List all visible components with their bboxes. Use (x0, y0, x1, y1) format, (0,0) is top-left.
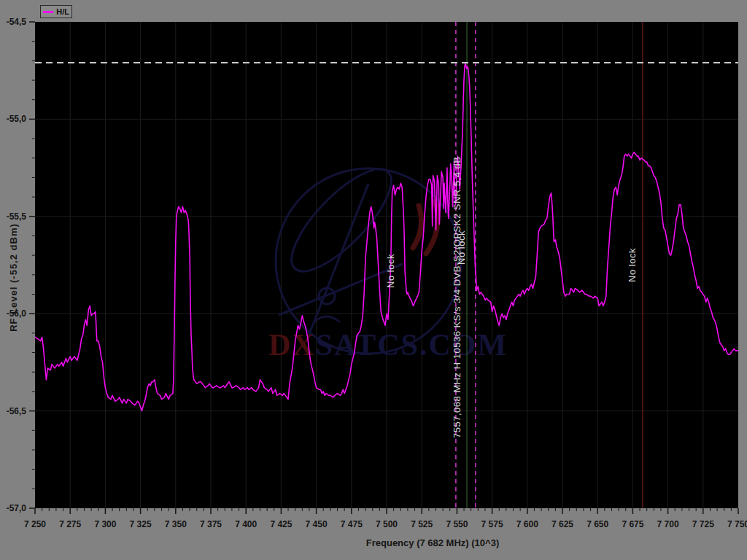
y-tick-label: -54,5 (7, 17, 27, 27)
x-tick-label: 7 625 (551, 519, 573, 529)
legend[interactable]: H/L (40, 5, 72, 18)
x-tick-label: 7 450 (306, 519, 328, 529)
x-tick-label: 7 750 (727, 519, 747, 529)
x-tick-label: 7 650 (587, 519, 608, 529)
x-tick-label: 7 375 (200, 519, 222, 529)
x-tick-label: 7 500 (376, 519, 398, 529)
no-lock-annotation: No lock (456, 230, 467, 265)
no-lock-annotation: No lock (385, 254, 396, 288)
x-tick-label: 7 675 (622, 519, 643, 529)
y-tick-label: -56,5 (7, 406, 27, 416)
legend-label: H/L (56, 8, 69, 16)
y-tick-label: -57,0 (7, 503, 27, 513)
x-tick-label: 7 425 (270, 519, 292, 529)
x-tick-label: 7 550 (446, 519, 468, 529)
y-axis-title: RF Level (-55,2 dBm) (8, 194, 19, 362)
no-lock-annotation: No lock (627, 248, 638, 282)
x-tick-label: 7 325 (130, 519, 152, 529)
legend-swatch-line (43, 11, 53, 13)
x-axis-title: Frequency (7 682 MHz) (10^3) (327, 537, 538, 548)
x-tick-label: 7 400 (235, 519, 257, 529)
x-tick-label: 7 725 (692, 519, 714, 529)
x-tick-label: 7 350 (165, 519, 187, 529)
x-tick-label: 7 275 (59, 519, 81, 529)
x-tick-label: 7 575 (481, 519, 503, 529)
spectrum-analyzer-screen: DXSATCS.COM7557,068 MHz H 10536 KS/s 3/4… (0, 0, 747, 560)
y-tick-label: -55,0 (7, 114, 27, 124)
spectrum-chart: DXSATCS.COM7557,068 MHz H 10536 KS/s 3/4… (0, 0, 747, 560)
x-tick-label: 7 700 (657, 519, 679, 529)
x-tick-label: 7 525 (411, 519, 433, 529)
x-tick-label: 7 250 (24, 519, 46, 529)
x-tick-label: 7 300 (94, 519, 116, 529)
carrier-info-annotation: 7557,068 MHz H 10536 KS/s 3/4 DVB-S2/QPS… (452, 157, 462, 438)
x-tick-label: 7 600 (516, 519, 538, 529)
watermark-text: DXSATCS.COM (268, 328, 508, 362)
x-tick-label: 7 475 (341, 519, 363, 529)
